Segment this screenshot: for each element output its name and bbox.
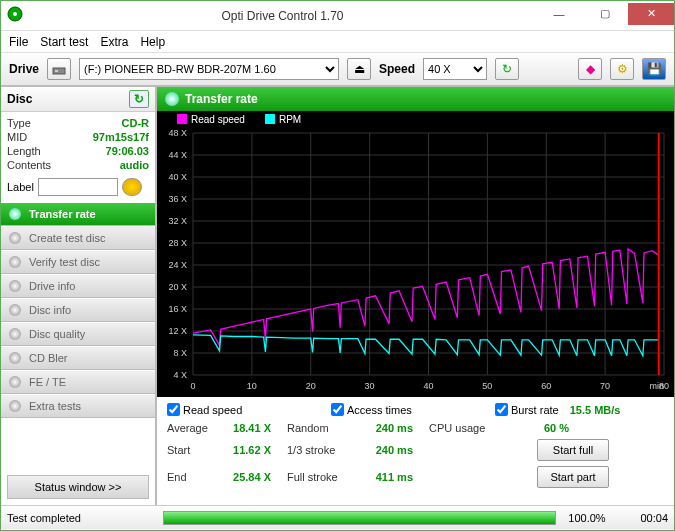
minimize-button[interactable]: —	[536, 3, 582, 25]
svg-text:50: 50	[482, 381, 492, 391]
svg-text:44 X: 44 X	[168, 150, 187, 160]
disc-refresh-button[interactable]: ↻	[129, 90, 149, 108]
maximize-button[interactable]: ▢	[582, 3, 628, 25]
nav-transfer-rate[interactable]: Transfer rate	[1, 202, 155, 226]
svg-text:60: 60	[541, 381, 551, 391]
svg-text:10: 10	[247, 381, 257, 391]
svg-text:40: 40	[423, 381, 433, 391]
nav-fe-te[interactable]: FE / TE	[1, 370, 155, 394]
menu-file[interactable]: File	[9, 35, 28, 49]
nav-disc-quality[interactable]: Disc quality	[1, 322, 155, 346]
progress-percent: 100.0%	[562, 512, 612, 524]
svg-text:36 X: 36 X	[168, 194, 187, 204]
disc-type-value: CD-R	[122, 117, 150, 129]
right-panel: Transfer rate Read speed RPM 4 X8 X12 X1…	[155, 87, 674, 505]
erase-button[interactable]: ◆	[578, 58, 602, 80]
nav-create-test-disc[interactable]: Create test disc	[1, 226, 155, 250]
svg-text:48 X: 48 X	[168, 128, 187, 138]
cpu-value: 60 %	[489, 422, 609, 434]
disc-contents-value: audio	[120, 159, 149, 171]
svg-rect-3	[55, 70, 58, 72]
title-bar: Opti Drive Control 1.70 — ▢ ✕	[1, 1, 674, 31]
status-bar: Test completed 100.0% 00:04	[1, 505, 674, 529]
svg-text:28 X: 28 X	[168, 238, 187, 248]
menu-bar: File Start test Extra Help	[1, 31, 674, 53]
third-value: 240 ms	[357, 444, 429, 456]
window-title: Opti Drive Control 1.70	[29, 9, 536, 23]
settings-button[interactable]: ⚙	[610, 58, 634, 80]
status-text: Test completed	[7, 512, 157, 524]
left-panel: Disc ↻ TypeCD-R MID97m15s17f Length79:06…	[1, 87, 155, 505]
nav-extra-tests[interactable]: Extra tests	[1, 394, 155, 418]
results-panel: Read speed Access times Burst rate15.5 M…	[157, 397, 674, 494]
speed-label: Speed	[379, 62, 415, 76]
status-window-button[interactable]: Status window >>	[7, 475, 149, 499]
svg-text:40 X: 40 X	[168, 172, 187, 182]
start-value: 11.62 X	[227, 444, 287, 456]
svg-text:4 X: 4 X	[173, 370, 187, 380]
disc-contents-label: Contents	[7, 159, 51, 171]
close-button[interactable]: ✕	[628, 3, 674, 25]
chart-header: Transfer rate	[157, 87, 674, 111]
nav-disc-info[interactable]: Disc info	[1, 298, 155, 322]
end-label: End	[167, 471, 227, 483]
refresh-speed-button[interactable]: ↻	[495, 58, 519, 80]
third-label: 1/3 stroke	[287, 444, 357, 456]
speed-select[interactable]: 40 X	[423, 58, 487, 80]
nav-verify-test-disc[interactable]: Verify test disc	[1, 250, 155, 274]
start-full-button[interactable]: Start full	[537, 439, 609, 461]
save-button[interactable]: 💾	[642, 58, 666, 80]
full-value: 411 ms	[357, 471, 429, 483]
app-icon	[1, 6, 29, 26]
svg-text:12 X: 12 X	[168, 326, 187, 336]
drive-label: Drive	[9, 62, 39, 76]
menu-help[interactable]: Help	[140, 35, 165, 49]
svg-text:0: 0	[190, 381, 195, 391]
check-access-times[interactable]: Access times	[331, 403, 495, 416]
random-value: 240 ms	[357, 422, 429, 434]
toolbar: Drive (F:) PIONEER BD-RW BDR-207M 1.60 ⏏…	[1, 53, 674, 87]
disc-label-input[interactable]	[38, 178, 118, 196]
disc-type-label: Type	[7, 117, 31, 129]
legend-rpm: RPM	[279, 114, 301, 125]
start-part-button[interactable]: Start part	[537, 466, 609, 488]
disc-mid-value: 97m15s17f	[93, 131, 149, 143]
svg-text:70: 70	[600, 381, 610, 391]
drive-icon	[47, 58, 71, 80]
transfer-rate-chart: 4 X8 X12 X16 X20 X24 X28 X32 X36 X40 X44…	[157, 127, 674, 397]
svg-text:24 X: 24 X	[168, 260, 187, 270]
check-burst-rate[interactable]: Burst rate15.5 MB/s	[495, 403, 659, 416]
avg-label: Average	[167, 422, 227, 434]
svg-text:20: 20	[306, 381, 316, 391]
svg-text:32 X: 32 X	[168, 216, 187, 226]
burst-rate-value: 15.5 MB/s	[570, 404, 621, 416]
end-value: 25.84 X	[227, 471, 287, 483]
check-read-speed[interactable]: Read speed	[167, 403, 331, 416]
avg-value: 18.41 X	[227, 422, 287, 434]
nav-drive-info[interactable]: Drive info	[1, 274, 155, 298]
menu-extra[interactable]: Extra	[100, 35, 128, 49]
svg-text:20 X: 20 X	[168, 282, 187, 292]
disc-header: Disc	[7, 92, 32, 106]
disc-length-value: 79:06.03	[106, 145, 149, 157]
svg-text:min: min	[649, 381, 664, 391]
disc-info: TypeCD-R MID97m15s17f Length79:06.03 Con…	[1, 112, 155, 176]
svg-text:30: 30	[365, 381, 375, 391]
full-label: Full stroke	[287, 471, 357, 483]
legend-read: Read speed	[191, 114, 245, 125]
random-label: Random	[287, 422, 357, 434]
eject-button[interactable]: ⏏	[347, 58, 371, 80]
nav-cd-bler[interactable]: CD Bler	[1, 346, 155, 370]
svg-text:8 X: 8 X	[173, 348, 187, 358]
side-nav: Transfer rate Create test disc Verify te…	[1, 202, 155, 469]
disc-label-label: Label	[7, 181, 34, 193]
elapsed-time: 00:04	[618, 512, 668, 524]
disc-label-burn-button[interactable]	[122, 178, 142, 196]
start-label: Start	[167, 444, 227, 456]
svg-text:16 X: 16 X	[168, 304, 187, 314]
svg-rect-2	[53, 68, 65, 74]
disc-length-label: Length	[7, 145, 41, 157]
chart-legend: Read speed RPM	[157, 111, 674, 127]
drive-select[interactable]: (F:) PIONEER BD-RW BDR-207M 1.60	[79, 58, 339, 80]
menu-start-test[interactable]: Start test	[40, 35, 88, 49]
